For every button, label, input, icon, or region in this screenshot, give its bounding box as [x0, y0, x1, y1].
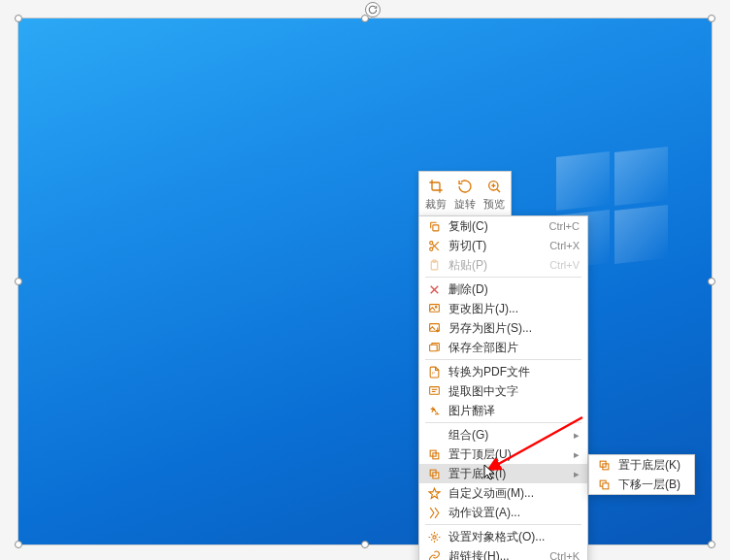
submenu-move-down-one[interactable]: 下移一层(B) [589, 475, 694, 494]
action-settings-icon [425, 504, 443, 521]
rotate-button[interactable]: 旋转 [450, 175, 480, 214]
menu-copy[interactable]: 复制(C) Ctrl+C [419, 216, 587, 236]
link-icon [425, 547, 443, 560]
zoom-in-icon [484, 177, 504, 196]
menu-custom-anim[interactable]: 自定义动画(M)... [419, 483, 587, 503]
cut-icon [425, 237, 443, 254]
resize-handle[interactable] [15, 278, 22, 285]
crop-button[interactable]: 裁剪 [421, 175, 450, 214]
menu-extract-text[interactable]: 提取图中文字 [419, 381, 587, 401]
bring-front-icon [425, 445, 443, 463]
chevron-right-icon: ▸ [574, 429, 580, 442]
animation-icon [425, 484, 443, 502]
send-back-icon [425, 465, 443, 482]
menu-cut[interactable]: 剪切(T) Ctrl+X [419, 236, 587, 255]
menu-action-settings[interactable]: 动作设置(A)... [419, 503, 587, 522]
svg-point-6 [429, 247, 432, 250]
translate-icon [425, 402, 443, 419]
resize-handle[interactable] [708, 541, 715, 548]
menu-save-all-images[interactable]: 保存全部图片 [419, 338, 587, 357]
send-to-back-icon [595, 456, 613, 474]
change-image-icon [425, 300, 443, 317]
menu-bring-front[interactable]: 置于顶层(U) ▸ [419, 445, 587, 464]
menu-hyperlink[interactable]: 超链接(H)... Ctrl+K [419, 546, 587, 560]
preview-button[interactable]: 预览 [480, 175, 509, 214]
delete-icon [425, 280, 443, 298]
menu-save-as-image[interactable]: 另存为图片(S)... [419, 318, 587, 338]
svg-rect-4 [432, 224, 438, 230]
extract-text-icon [425, 382, 443, 400]
menu-separator [425, 524, 581, 525]
resize-handle[interactable] [361, 541, 369, 548]
move-down-icon [595, 476, 613, 493]
svg-text:P: P [432, 372, 435, 376]
group-icon [425, 426, 443, 444]
menu-group[interactable]: 组合(G) ▸ [419, 425, 587, 445]
menu-image-translate[interactable]: 图片翻译 [419, 401, 587, 420]
menu-object-format[interactable]: 设置对象格式(O)... [419, 527, 587, 546]
menu-paste: 粘贴(P) Ctrl+V [419, 255, 587, 275]
menu-change-image[interactable]: 更改图片(J)... [419, 299, 587, 318]
send-back-submenu: 置于底层(K) 下移一层(B) [588, 454, 695, 495]
resize-handle[interactable] [15, 15, 22, 22]
chevron-right-icon: ▸ [574, 468, 580, 480]
svg-point-14 [435, 306, 437, 308]
preview-label: 预览 [483, 197, 505, 212]
rotate-label: 旋转 [454, 197, 476, 212]
paste-icon [425, 256, 443, 274]
format-icon [425, 528, 443, 545]
svg-point-26 [432, 535, 435, 538]
resize-handle[interactable] [15, 541, 22, 548]
context-menu: 复制(C) Ctrl+C 剪切(T) Ctrl+X 粘贴(P) Ctrl+V 删… [418, 215, 588, 560]
rotate-icon [455, 177, 475, 196]
image-toolbar: 裁剪 旋转 预览 [418, 171, 512, 217]
rotate-handle[interactable] [365, 2, 381, 17]
chevron-right-icon: ▸ [574, 448, 580, 461]
save-as-image-icon [425, 319, 443, 337]
svg-line-1 [497, 189, 500, 192]
svg-point-5 [429, 241, 432, 244]
svg-rect-16 [429, 345, 437, 351]
resize-handle[interactable] [708, 278, 715, 285]
menu-separator [425, 359, 581, 360]
pdf-icon: P [425, 363, 443, 380]
svg-rect-18 [429, 386, 439, 394]
crop-icon [426, 177, 446, 196]
menu-separator [425, 422, 581, 423]
crop-label: 裁剪 [425, 197, 447, 212]
svg-marker-25 [429, 488, 440, 498]
save-all-icon [425, 339, 443, 356]
copy-icon [425, 217, 443, 235]
svg-rect-30 [602, 482, 608, 488]
menu-separator [425, 277, 581, 278]
resize-handle[interactable] [708, 15, 715, 22]
menu-delete[interactable]: 删除(D) [419, 280, 587, 299]
menu-convert-pdf[interactable]: P 转换为PDF文件 [419, 362, 587, 381]
menu-send-back[interactable]: 置于底层(I) ▸ [419, 464, 587, 483]
submenu-send-to-back[interactable]: 置于底层(K) [589, 455, 694, 475]
